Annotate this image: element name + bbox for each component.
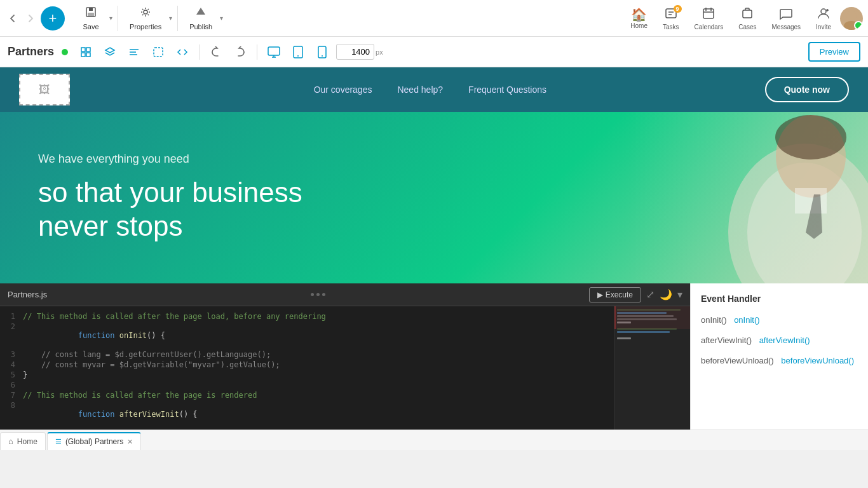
event-link-oninit[interactable]: onInit(): [734, 315, 759, 325]
code-editor[interactable]: 1 // This method is called after the pag…: [0, 306, 614, 430]
properties-label: Properties: [130, 23, 161, 30]
svg-point-29: [322, 55, 323, 57]
publish-label: Publish: [189, 23, 212, 30]
page-name: Partners: [8, 45, 54, 58]
mobile-view-btn[interactable]: [312, 42, 332, 62]
tab-partners-close[interactable]: ✕: [127, 438, 133, 446]
code-line-8: 8 function afterViewInit() {: [0, 400, 614, 428]
tasks-nav-label: Tasks: [663, 24, 679, 30]
back-icon[interactable]: [5, 11, 20, 26]
svg-rect-22: [154, 48, 163, 57]
add-button[interactable]: +: [41, 6, 65, 30]
nav-link-help[interactable]: Need help?: [397, 85, 443, 95]
preview-nav-links: Our coverages Need help? Frequent Questi…: [95, 85, 765, 95]
svg-rect-12: [743, 10, 752, 18]
svg-point-27: [297, 55, 299, 57]
tasks-badge: 9: [674, 5, 682, 13]
code-view-btn[interactable]: [172, 42, 193, 62]
code-panel-dots: [47, 293, 589, 296]
nav-right: 🏠 Home 9 Tasks Calendars Cases: [624, 4, 863, 33]
event-label-oninit: onInit(): [701, 315, 731, 325]
desktop-view-btn[interactable]: [264, 42, 284, 62]
calendars-nav-icon: [702, 6, 715, 24]
preview-button[interactable]: Preview: [808, 42, 860, 62]
svg-point-3: [144, 10, 147, 14]
tab-home[interactable]: ⌂ Home: [0, 432, 46, 450]
preview-logo: 🖼: [19, 74, 70, 105]
logo-image-icon: 🖼: [39, 83, 50, 97]
bottom-tabbar: ⌂ Home ☰ (Global) Partners ✕: [0, 430, 868, 450]
svg-marker-4: [196, 8, 205, 15]
event-link-beforeviewunload[interactable]: beforeViewUnload(): [781, 356, 854, 365]
redo-btn[interactable]: [230, 42, 250, 62]
home-nav-btn[interactable]: 🏠 Home: [624, 4, 654, 32]
code-line-1: 1 // This method is called after the pag…: [0, 311, 614, 322]
grid-view-btn[interactable]: [76, 42, 96, 62]
theme-toggle-btn[interactable]: 🌙: [660, 288, 672, 301]
publish-button[interactable]: Publish: [184, 3, 217, 33]
messages-nav-btn[interactable]: Messages: [766, 4, 808, 33]
user-avatar[interactable]: [840, 7, 863, 30]
code-line-2: 2 function onInit() {: [0, 322, 614, 349]
code-line-9: 9: [0, 428, 614, 430]
tab-partners[interactable]: ☰ (Global) Partners ✕: [47, 432, 141, 450]
code-line-3: 3 // const lang = $d.getCurrentUser().ge…: [0, 349, 614, 360]
nav-link-faq[interactable]: Frequent Questions: [468, 85, 546, 95]
expand-code-btn[interactable]: ⤢: [646, 288, 654, 301]
save-icon: [85, 6, 97, 22]
svg-point-17: [844, 21, 859, 30]
undo-btn[interactable]: [206, 42, 226, 62]
svg-point-13: [821, 9, 826, 14]
quote-now-button[interactable]: Quote now: [765, 77, 849, 102]
layers-btn[interactable]: [100, 42, 120, 62]
preview-hero-text: We have everything you need so that your…: [0, 127, 341, 269]
cases-nav-btn[interactable]: Cases: [732, 4, 763, 33]
properties-dropdown-arrow[interactable]: ▾: [168, 12, 173, 24]
collapse-code-btn[interactable]: ▾: [677, 288, 682, 301]
top-toolbar: + Save ▾ Properties ▾ Publish ▾: [0, 0, 868, 37]
selection-btn[interactable]: [148, 42, 168, 62]
invite-nav-btn[interactable]: Invite: [810, 4, 837, 33]
tasks-nav-btn[interactable]: 9 Tasks: [656, 4, 686, 33]
minimap-content: [614, 306, 690, 343]
calendars-nav-label: Calendars: [695, 24, 724, 30]
svg-point-33: [775, 115, 846, 159]
event-label-afterviewinit: afterViewInit(): [701, 336, 756, 345]
calendars-nav-btn[interactable]: Calendars: [688, 4, 730, 33]
hero-image: [627, 112, 868, 283]
cases-nav-label: Cases: [738, 24, 756, 30]
home-nav-label: Home: [630, 22, 648, 29]
messages-nav-icon: [779, 6, 793, 24]
page-status-dot: [62, 49, 68, 55]
event-label-beforeviewunload: beforeViewUnload(): [701, 356, 778, 365]
code-filename: Partners.js: [8, 290, 47, 299]
event-link-afterviewinit[interactable]: afterViewInit(): [759, 336, 810, 345]
execute-button[interactable]: ▶ Execute: [589, 287, 641, 302]
code-line-4: 4 // const myvar = $d.getVariable("myvar…: [0, 360, 614, 370]
second-toolbar: Partners px Preview: [0, 37, 868, 67]
bottom-panel: Partners.js ▶ Execute ⤢ 🌙 ▾ 1: [0, 283, 868, 430]
code-line-6: 6: [0, 380, 614, 390]
home-tab-icon: ⌂: [8, 437, 13, 446]
svg-rect-19: [86, 48, 90, 51]
publish-icon: [194, 6, 207, 22]
publish-dropdown-arrow[interactable]: ▾: [219, 12, 224, 24]
toolbar2-right: Preview: [808, 42, 860, 62]
invite-nav-label: Invite: [816, 24, 831, 30]
code-panel-header: Partners.js ▶ Execute ⤢ 🌙 ▾: [0, 283, 690, 306]
execute-play-icon: ▶: [597, 290, 603, 299]
properties-button[interactable]: Properties: [125, 3, 166, 33]
invite-nav-icon: [817, 6, 831, 24]
svg-rect-2: [88, 13, 94, 17]
forward-icon[interactable]: [23, 11, 38, 26]
nav-link-coverages[interactable]: Our coverages: [314, 85, 372, 95]
tablet-view-btn[interactable]: [288, 42, 308, 62]
home-nav-icon: 🏠: [631, 7, 647, 22]
width-input[interactable]: [336, 44, 374, 60]
properties-group: Properties ▾: [121, 6, 178, 31]
nav-structure-btn[interactable]: [124, 42, 144, 62]
save-button[interactable]: Save: [75, 3, 107, 33]
tab-partners-label: (Global) Partners: [65, 437, 123, 446]
event-handler-panel: Event Handler onInit() onInit() afterVie…: [690, 283, 868, 430]
save-dropdown-arrow[interactable]: ▾: [108, 12, 114, 24]
